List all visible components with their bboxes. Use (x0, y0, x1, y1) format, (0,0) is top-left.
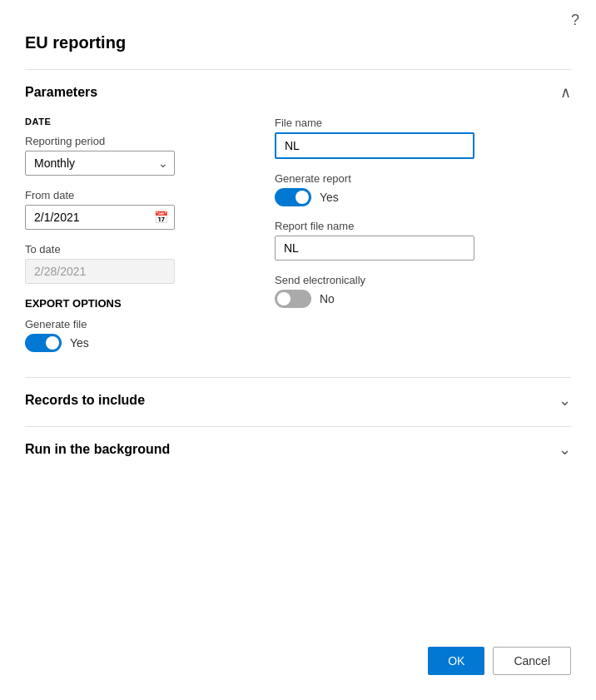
generate-file-toggle-row: Yes (25, 334, 241, 352)
send-electronically-label: Send electronically (275, 274, 571, 286)
cancel-button[interactable]: Cancel (493, 647, 571, 675)
file-name-input[interactable] (275, 132, 474, 159)
parameters-left-col: DATE Reporting period Monthly ⌄ From dat… (25, 117, 241, 352)
records-section-header[interactable]: Records to include ⌄ (25, 378, 571, 418)
reporting-period-select-wrapper: Monthly ⌄ (25, 151, 175, 176)
parameters-section-content: DATE Reporting period Monthly ⌄ From dat… (25, 110, 571, 369)
generate-report-group: Generate report Yes (275, 172, 571, 206)
help-icon[interactable]: ? (571, 12, 579, 28)
report-file-name-group: Report file name (275, 220, 571, 261)
generate-report-toggle-thumb (296, 191, 309, 204)
send-electronically-toggle[interactable] (275, 290, 311, 308)
reporting-period-label: Reporting period (25, 135, 241, 147)
help-icon-container: ? (571, 12, 579, 29)
background-collapse-icon: ⌄ (559, 440, 571, 459)
parameters-right-col: File name Generate report Yes (275, 117, 571, 352)
generate-file-toggle-track[interactable] (25, 334, 62, 352)
from-date-group: From date 📅 (25, 189, 241, 230)
parameters-section-header[interactable]: Parameters ∧ (25, 70, 571, 110)
background-section-title: Run in the background (25, 442, 170, 457)
parameters-two-col: DATE Reporting period Monthly ⌄ From dat… (25, 117, 571, 352)
reporting-period-group: Reporting period Monthly ⌄ (25, 135, 241, 176)
bottom-buttons: OK Cancel (428, 647, 571, 675)
generate-file-label: Generate file (25, 318, 241, 330)
send-electronically-group: Send electronically No (275, 274, 571, 308)
to-date-label: To date (25, 243, 241, 256)
send-electronically-value: No (320, 292, 335, 305)
parameters-collapse-icon: ∧ (560, 83, 571, 102)
to-date-wrapper (25, 259, 175, 284)
generate-file-value: Yes (70, 336, 89, 350)
date-section-label: DATE (25, 117, 241, 127)
export-options-label: EXPORT OPTIONS (25, 297, 241, 310)
generate-file-toggle[interactable] (25, 334, 62, 352)
parameters-section-title: Parameters (25, 85, 97, 100)
send-electronically-toggle-track[interactable] (275, 290, 311, 308)
report-file-name-input[interactable] (275, 236, 474, 261)
send-electronically-toggle-thumb (277, 292, 291, 305)
records-collapse-icon: ⌄ (559, 391, 571, 410)
generate-file-toggle-thumb (46, 336, 59, 350)
background-section-header[interactable]: Run in the background ⌄ (25, 427, 571, 467)
parameters-section: Parameters ∧ DATE Reporting period Month… (25, 69, 571, 369)
file-name-group: File name (275, 117, 571, 159)
generate-report-label: Generate report (275, 172, 571, 185)
from-date-label: From date (25, 189, 241, 201)
to-date-group: To date (25, 243, 241, 284)
ok-button[interactable]: OK (428, 647, 484, 675)
generate-report-value: Yes (320, 191, 339, 204)
generate-report-toggle-row: Yes (275, 188, 571, 206)
to-date-input (25, 259, 175, 284)
records-section: Records to include ⌄ (25, 377, 571, 418)
records-section-title: Records to include (25, 393, 145, 408)
generate-report-toggle[interactable] (275, 188, 311, 206)
file-name-label: File name (275, 117, 571, 129)
report-file-name-label: Report file name (275, 220, 571, 232)
reporting-period-select[interactable]: Monthly (25, 151, 175, 176)
background-section: Run in the background ⌄ (25, 426, 571, 467)
from-date-wrapper: 📅 (25, 205, 175, 230)
send-electronically-toggle-row: No (275, 290, 571, 308)
page-title: EU reporting (0, 0, 596, 61)
from-date-input[interactable] (25, 205, 175, 230)
generate-report-toggle-track[interactable] (275, 188, 311, 206)
